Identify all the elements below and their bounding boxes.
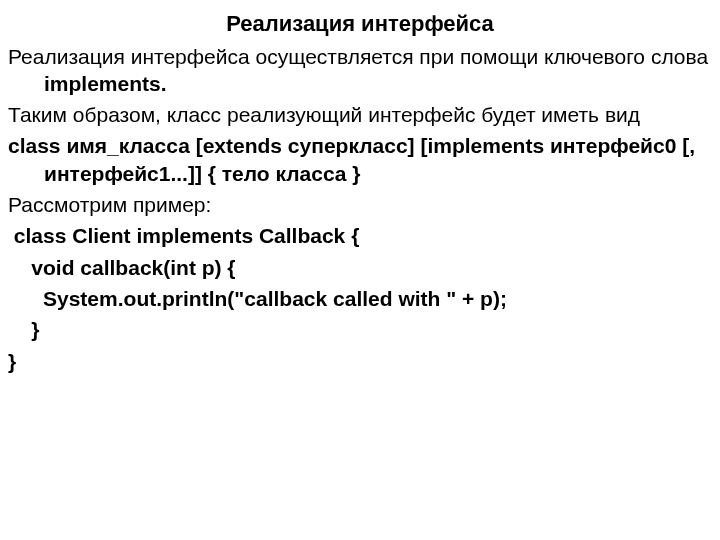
code-line-2: void callback(int p) { [8, 254, 712, 281]
code-line-1: class Client implements Callback { [8, 222, 712, 249]
code-line-3: System.out.println("callback called with… [8, 285, 712, 312]
syntax-line: class имя_класса [extends суперкласс] [i… [8, 132, 712, 187]
paragraph-2-text: Таким образом, класс реализующий интерфе… [8, 103, 640, 126]
paragraph-1-text: Реализация интерфейса осуществляется при… [8, 45, 708, 68]
syntax-text: class имя_класса [extends суперкласс] [i… [8, 134, 695, 184]
paragraph-2: Таким образом, класс реализующий интерфе… [8, 101, 712, 128]
keyword-implements: implements. [44, 72, 167, 95]
code-line-4: } [8, 316, 712, 343]
paragraph-3: Рассмотрим пример: [8, 191, 712, 218]
code-line-5: } [8, 348, 712, 375]
paragraph-1: Реализация интерфейса осуществляется при… [8, 43, 712, 98]
slide-body: Реализация интерфейса Реализация интерфе… [0, 0, 720, 375]
paragraph-3-text: Рассмотрим пример: [8, 193, 211, 216]
slide-title: Реализация интерфейса [8, 10, 712, 39]
